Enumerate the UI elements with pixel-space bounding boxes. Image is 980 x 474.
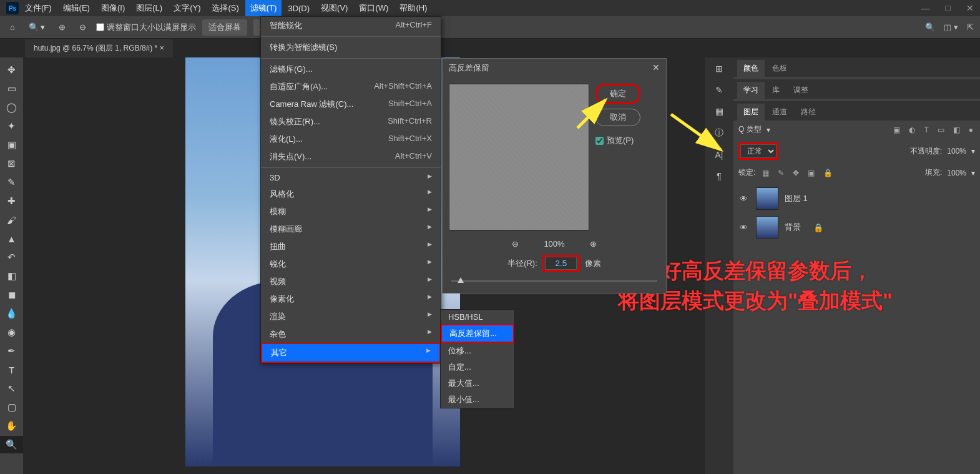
filter-menu-item[interactable]: 渲染 bbox=[261, 308, 441, 325]
filter-menu-item[interactable]: Camera Raw 滤镜(C)...Shift+Ctrl+A bbox=[261, 96, 441, 113]
filter-image-icon[interactable]: ▣ bbox=[891, 126, 902, 134]
eraser-tool-icon[interactable]: ◧ bbox=[0, 267, 23, 285]
opacity-value[interactable]: 100% bbox=[947, 147, 966, 156]
filter-text-icon[interactable]: T bbox=[922, 126, 930, 134]
zoom-in-icon[interactable]: ⊕ bbox=[590, 239, 597, 249]
share-icon[interactable]: ⇱ bbox=[967, 22, 974, 32]
filter-toggle-icon[interactable]: ● bbox=[967, 126, 975, 134]
tab-paths[interactable]: 路径 bbox=[795, 104, 822, 121]
submenu-max[interactable]: 最大值... bbox=[441, 375, 514, 392]
menu-edit[interactable]: 编辑(E) bbox=[58, 0, 95, 16]
filter-adjust-icon[interactable]: ◐ bbox=[907, 126, 917, 134]
submenu-hsb[interactable]: HSB/HSL bbox=[441, 310, 514, 324]
filter-menu-item[interactable]: 视频 bbox=[261, 273, 441, 290]
fit-screen-button[interactable]: 适合屏幕 bbox=[202, 19, 247, 36]
layer-item[interactable]: 👁 背景 🔒 bbox=[733, 213, 980, 242]
menu-window[interactable]: 窗口(W) bbox=[354, 0, 393, 16]
eyedropper-tool-icon[interactable]: ✎ bbox=[0, 174, 23, 191]
menu-filter[interactable]: 滤镜(T) bbox=[245, 0, 282, 16]
zoom-tool-icon[interactable]: 🔍 ▾ bbox=[25, 20, 49, 34]
zoom-out-icon[interactable]: ⊖ bbox=[512, 239, 519, 249]
brush-tool-icon[interactable]: 🖌 bbox=[0, 211, 23, 229]
menu-3d[interactable]: 3D(D) bbox=[283, 1, 315, 16]
filter-menu-item[interactable]: 其它 bbox=[261, 343, 441, 363]
wand-tool-icon[interactable]: ✦ bbox=[0, 117, 23, 135]
menu-view[interactable]: 视图(V) bbox=[316, 0, 353, 16]
hand-tool-icon[interactable]: ✋ bbox=[0, 417, 23, 435]
submenu-offset[interactable]: 位移... bbox=[441, 343, 514, 359]
filter-menu-item[interactable]: 消失点(V)...Alt+Ctrl+V bbox=[261, 148, 441, 165]
layer-thumbnail[interactable] bbox=[756, 187, 778, 210]
lasso-tool-icon[interactable]: ◯ bbox=[0, 99, 23, 116]
fill-value[interactable]: 100% bbox=[947, 169, 966, 177]
tab-channels[interactable]: 通道 bbox=[766, 104, 793, 121]
layer-thumbnail[interactable] bbox=[756, 216, 778, 239]
preview-checkbox[interactable]: 预览(P) bbox=[595, 135, 640, 146]
home-icon[interactable]: ⌂ bbox=[6, 20, 19, 34]
layer-kind-filter[interactable]: Q 类型 bbox=[738, 124, 762, 135]
dodge-tool-icon[interactable]: ◉ bbox=[0, 323, 23, 341]
lock-paint-icon[interactable]: ✎ bbox=[776, 169, 786, 177]
menu-select[interactable]: 选择(S) bbox=[207, 0, 243, 16]
shape-tool-icon[interactable]: ▢ bbox=[0, 398, 23, 416]
move-tool-icon[interactable]: ✥ bbox=[0, 61, 23, 79]
menu-type[interactable]: 文字(Y) bbox=[169, 0, 205, 16]
tab-learn[interactable]: 学习 bbox=[737, 82, 765, 99]
para-panel-icon[interactable]: ¶ bbox=[717, 171, 722, 181]
tab-swatches[interactable]: 色板 bbox=[766, 60, 793, 77]
resize-window-checkbox[interactable]: 调整窗口大小以满屏显示 bbox=[96, 22, 196, 33]
filter-smart-icon[interactable]: ◧ bbox=[951, 126, 962, 134]
filter-menu-item[interactable]: 杂色 bbox=[261, 325, 441, 343]
swatch-panel-icon[interactable]: ▦ bbox=[715, 106, 723, 116]
filter-menu-item[interactable]: 液化(L)...Shift+Ctrl+X bbox=[261, 131, 441, 148]
filter-menu-item[interactable]: 模糊 bbox=[261, 203, 441, 220]
tab-adjust[interactable]: 调整 bbox=[787, 82, 815, 99]
zoom-tool-icon[interactable]: 🔍 bbox=[0, 436, 23, 453]
layer-name[interactable]: 背景 bbox=[785, 222, 801, 233]
dialog-preview[interactable] bbox=[449, 84, 589, 230]
workspace-icon[interactable]: ◫ ▾ bbox=[944, 22, 958, 32]
tab-close-icon[interactable]: × bbox=[160, 44, 164, 52]
info-panel-icon[interactable]: ⓘ bbox=[715, 127, 723, 139]
filter-menu-item[interactable]: 扭曲 bbox=[261, 238, 441, 255]
filter-menu-item[interactable]: 像素化 bbox=[261, 290, 441, 308]
lock-pos-icon[interactable]: ✥ bbox=[791, 169, 801, 177]
filter-menu-item[interactable]: 转换为智能滤镜(S) bbox=[261, 39, 441, 56]
path-tool-icon[interactable]: ↖ bbox=[0, 380, 23, 397]
frame-tool-icon[interactable]: ⊠ bbox=[0, 155, 23, 172]
histogram-icon[interactable]: ⊞ bbox=[715, 64, 723, 74]
zoom-out-icon[interactable]: ⊖ bbox=[76, 20, 90, 34]
blend-mode-select[interactable]: 正常 bbox=[740, 144, 777, 158]
radius-input[interactable] bbox=[546, 257, 577, 270]
menu-help[interactable]: 帮助(H) bbox=[394, 0, 432, 16]
cancel-button[interactable]: 取消 bbox=[595, 109, 640, 126]
filter-menu-item[interactable]: 风格化 bbox=[261, 185, 441, 203]
layer-name[interactable]: 图层 1 bbox=[785, 193, 808, 204]
tab-library[interactable]: 库 bbox=[766, 82, 786, 99]
lock-all-icon[interactable]: 🔒 bbox=[821, 169, 835, 177]
filter-menu-item[interactable]: 镜头校正(R)...Shift+Ctrl+R bbox=[261, 113, 441, 131]
heal-tool-icon[interactable]: ✚ bbox=[0, 192, 23, 210]
ok-button[interactable]: 确定 bbox=[595, 84, 640, 104]
text-tool-icon[interactable]: T bbox=[0, 361, 23, 378]
filter-shape-icon[interactable]: ▭ bbox=[936, 126, 946, 134]
history-brush-icon[interactable]: ↶ bbox=[0, 249, 23, 266]
tab-layers[interactable]: 图层 bbox=[737, 104, 765, 121]
menu-image[interactable]: 图像(I) bbox=[96, 0, 130, 16]
brush-panel-icon[interactable]: ✎ bbox=[715, 85, 723, 95]
layer-item[interactable]: 👁 图层 1 bbox=[733, 184, 980, 213]
filter-menu-item[interactable]: 滤镜库(G)... bbox=[261, 61, 441, 78]
zoom-in-icon[interactable]: ⊕ bbox=[55, 20, 69, 34]
visibility-icon[interactable]: 👁 bbox=[740, 223, 750, 232]
char-panel-icon[interactable]: A| bbox=[715, 150, 723, 160]
maximize-icon[interactable]: □ bbox=[946, 3, 951, 13]
marquee-tool-icon[interactable]: ▭ bbox=[0, 80, 23, 97]
tab-color[interactable]: 颜色 bbox=[737, 60, 765, 77]
crop-tool-icon[interactable]: ▣ bbox=[0, 136, 23, 154]
filter-menu-item[interactable]: 锐化 bbox=[261, 255, 441, 273]
filter-menu-item[interactable]: 智能锐化Alt+Ctrl+F bbox=[261, 17, 441, 34]
dialog-close-icon[interactable]: ✕ bbox=[652, 62, 660, 74]
lock-artboard-icon[interactable]: ▣ bbox=[806, 169, 816, 177]
radius-slider[interactable] bbox=[443, 275, 666, 288]
filter-menu-item[interactable]: 3D bbox=[261, 170, 441, 185]
